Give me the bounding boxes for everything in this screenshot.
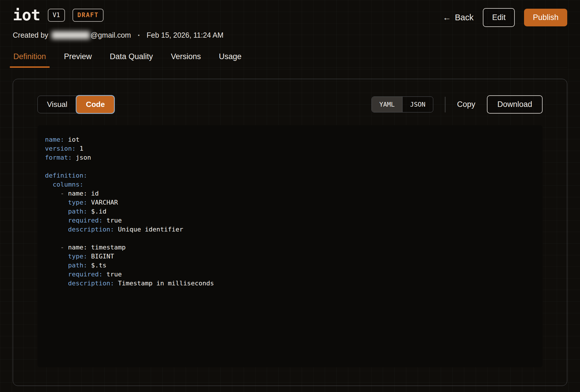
code-editor[interactable]: name: iotversion: 1format: json definiti… [37,125,543,367]
code-token-val [45,208,68,215]
tab-bar: DefinitionPreviewData QualityVersionsUsa… [13,48,567,68]
tab-definition[interactable]: Definition [13,48,47,68]
version-badge: V1 [48,9,65,22]
code-token-val [45,181,53,188]
toolbar-right-tools: YAMLJSON Copy Download [371,95,543,114]
code-token-val: $.id [87,208,106,215]
code-token-val [45,226,68,233]
creator-email-redacted [52,31,90,39]
tab-data-quality[interactable]: Data Quality [109,48,154,68]
code-token-key: type: [68,199,87,206]
code-token-val [45,244,60,251]
code-token-val [45,280,68,287]
view-mode-code[interactable]: Code [77,96,114,113]
copy-button[interactable]: Copy [457,100,475,109]
code-token-val: 1 [76,145,84,152]
created-at: Feb 15, 2026, 11:24 AM [147,31,224,39]
back-button[interactable]: ← Back [443,13,473,22]
code-token-key: path: [68,262,87,269]
tab-preview[interactable]: Preview [64,48,93,68]
code-token-punct: - [60,244,68,251]
code-line: - name: id [45,189,535,198]
code-token-val: json [72,154,91,161]
editor-toolbar: VisualCode YAMLJSON Copy Download [37,95,543,114]
created-by-label: Created by [13,31,48,39]
code-token-key: required: [68,217,102,224]
format-toggle: YAMLJSON [371,96,433,112]
code-line: format: json [45,153,535,162]
code-line: - name: timestamp [45,243,535,252]
header-actions: ← Back Edit Publish [443,7,567,27]
code-token-val [45,253,68,260]
code-token-val: true [103,217,122,224]
creator-email-suffix: @gmail.com [90,31,131,39]
code-line: columns: [45,180,535,189]
code-token-key: name: [45,136,64,143]
code-token-val: $.ts [87,262,106,269]
dot-separator: • [138,32,140,38]
edit-button[interactable]: Edit [483,8,515,27]
code-token-key: path: [68,208,87,215]
code-token-key: required: [68,271,102,278]
code-line: required: true [45,270,535,279]
code-token-key: columns: [53,181,84,188]
code-line [45,162,535,171]
code-token-val [45,190,60,197]
code-token-val: Unique identifier [114,226,183,233]
code-token-key: type: [68,253,87,260]
format-yaml[interactable]: YAML [372,97,402,112]
view-mode-toggle: VisualCode [37,96,114,113]
code-line: name: iot [45,135,535,144]
code-token-punct: - [60,190,68,197]
format-json[interactable]: JSON [402,97,433,112]
view-mode-visual[interactable]: Visual [38,96,77,113]
code-line: type: VARCHAR [45,198,535,207]
code-token-val [45,199,68,206]
code-line: type: BIGINT [45,252,535,261]
code-line: description: Timestamp in milliseconds [45,279,535,288]
back-arrow-icon: ← [443,13,451,22]
code-line: description: Unique identifier [45,225,535,234]
title-group: iot V1 DRAFT [13,7,104,23]
code-token-val: true [103,271,122,278]
page: iot V1 DRAFT ← Back Edit Publish Created… [0,0,580,386]
code-line: path: $.ts [45,261,535,270]
code-token-key: description: [68,226,114,233]
code-token-val [45,271,68,278]
header: iot V1 DRAFT ← Back Edit Publish [13,7,567,27]
code-token-key: definition: [45,172,87,179]
code-token-val: BIGINT [87,253,114,260]
tab-versions[interactable]: Versions [170,48,202,68]
page-title: iot [13,7,40,23]
download-button[interactable]: Download [487,95,543,114]
code-token-key: description: [68,280,114,287]
code-token-val [45,262,68,269]
code-token-val: VARCHAR [87,199,118,206]
tab-usage[interactable]: Usage [218,48,242,68]
code-token-val: name: id [68,190,99,197]
code-line [45,234,535,243]
code-line: required: true [45,216,535,225]
creation-meta: Created by @gmail.com • Feb 15, 2026, 11… [13,31,567,39]
status-badge: DRAFT [72,9,104,22]
code-token-key: format: [45,154,72,161]
code-line: path: $.id [45,207,535,216]
code-token-val: name: timestamp [68,244,126,251]
publish-button[interactable]: Publish [524,9,567,26]
code-token-key: version: [45,145,76,152]
back-label: Back [455,13,473,22]
code-line: definition: [45,171,535,180]
code-token-val: Timestamp in milliseconds [114,280,214,287]
definition-card: VisualCode YAMLJSON Copy Download name: … [13,79,567,386]
toolbar-divider [445,97,445,112]
code-token-val: iot [64,136,79,143]
code-line: version: 1 [45,144,535,153]
code-token-val [45,217,68,224]
